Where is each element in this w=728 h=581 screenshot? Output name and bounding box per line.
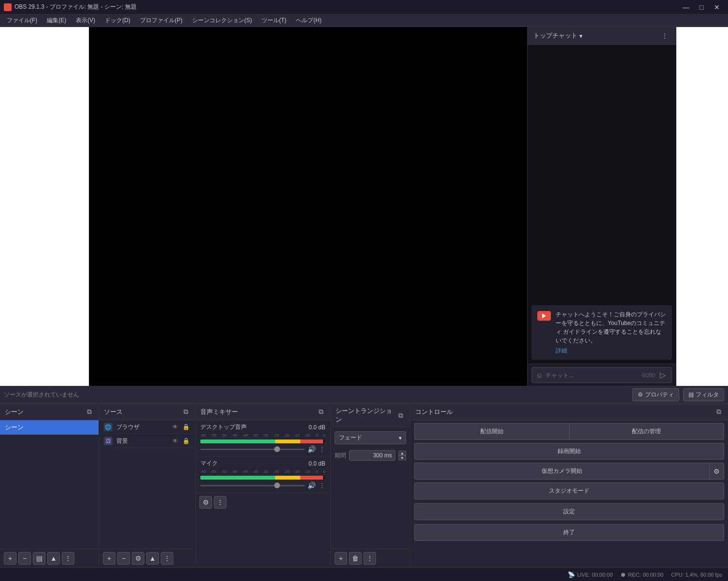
scene-add-button[interactable]: + [4,552,16,565]
menu-item-D[interactable]: ドック(D) [100,15,135,26]
duration-input[interactable] [349,450,395,461]
menu-bar: ファイル(F)編集(E)表示(V)ドック(D)プロファイル(P)シーンコレクショ… [0,14,728,27]
menu-item-P[interactable]: プロファイル(P) [135,15,187,26]
desktop-audio-meter-labels: -60 -55 -50 -45 -40 -35 -30 -25 -20 -15 … [200,433,325,438]
source-more-button[interactable]: ⋮ [161,552,173,565]
duration-row: 期間 ▲ ▼ [331,448,410,463]
mic-audio-mute[interactable]: 🔊 [308,482,316,489]
source-item-browser[interactable]: 🌐 ブラウザ 👁 🔒 [99,420,195,434]
source-background-lock[interactable]: 🔒 [182,437,190,445]
chat-title-chevron[interactable] [579,32,583,40]
scene-up-button[interactable]: ▲ [47,552,60,565]
scene-more-button[interactable]: ⋮ [62,552,74,565]
mic-audio-more[interactable] [319,482,325,489]
transition-panel-more-button[interactable]: ⧉ [396,411,405,421]
desktop-audio-mute[interactable]: 🔊 [308,445,316,453]
manage-stream-button[interactable]: 配信の管理 [569,423,725,440]
maximize-button[interactable]: □ [694,2,709,12]
mic-audio-meter-labels: -60 -55 -50 -45 -40 -35 -30 -25 -20 -15 … [200,469,325,474]
exit-button[interactable]: 終了 [414,524,724,541]
duration-down[interactable]: ▼ [398,455,406,460]
studio-mode-button[interactable]: スタジオモード [414,482,724,499]
scene-filter-button[interactable]: ▤ [33,552,45,565]
emoji-button[interactable]: ☺ [536,371,543,379]
chat-more-button[interactable] [659,31,670,41]
chat-title-label: トップチャット [533,31,577,40]
transition-chevron: ▾ [399,435,402,441]
title-bar: OBS 29.1.3 - プロファイル: 無題 - シーン: 無題 — □ ✕ [0,0,728,14]
cpu-label: CPU: 1.4%, 60.00 fps [671,572,722,578]
rec-status: ⏺ REC: 00:00:00 [620,571,663,578]
transition-panel-header: シーントランジション ⧉ [331,404,410,427]
audio-panel-more-button[interactable]: ⧉ [317,407,325,417]
desktop-audio-controls: 🔊 [200,445,325,453]
chat-notice-content: チャットへようこそ！ご自身のプライバシーを守るとともに、YouTubeのコミュニ… [556,310,666,355]
virt-cam-row: 仮想カメラ開始 ⚙ [414,463,724,480]
transition-remove-button[interactable]: 🗑 [349,552,362,565]
menu-item-H[interactable]: ヘルプ(H) [291,15,326,26]
record-button[interactable]: 録画開始 [414,443,724,460]
audio-more-button[interactable]: ⋮ [214,496,226,509]
mic-audio-header: マイク 0.0 dB [200,459,325,468]
mic-audio-name: マイク [200,459,218,468]
source-add-button[interactable]: + [103,552,115,565]
menu-item-V[interactable]: 表示(V) [71,15,100,26]
menu-item-E[interactable]: 編集(E) [42,15,71,26]
live-time: 00:00:00 [592,572,613,578]
close-button[interactable]: ✕ [710,2,724,12]
scene-panel-more-button[interactable]: ⧉ [85,407,94,417]
desktop-audio-more[interactable] [319,445,325,453]
transition-add-button[interactable]: + [335,552,347,565]
source-browser-lock[interactable]: 🔒 [182,423,190,431]
scene-panel-title: シーン [5,408,24,416]
source-remove-button[interactable]: − [117,552,130,565]
chat-panel: トップチャット チャットへようこそ！ご自身のプライバシーを守るとともに、YouT… [527,27,676,386]
source-item-background[interactable]: 🖼 背景 👁 🔒 [99,434,195,448]
chat-notice: チャットへようこそ！ご自身のプライバシーを守るとともに、YouTubeのコミュニ… [532,305,672,360]
duration-up[interactable]: ▲ [398,451,406,455]
virt-cam-button[interactable]: 仮想カメラ開始 [414,463,710,480]
scene-remove-button[interactable]: − [18,552,31,565]
source-panel-more-button[interactable]: ⧉ [182,407,190,417]
audio-panel-footer: ⚙ ⋮ [196,493,330,511]
scene-item[interactable]: シーン [0,420,98,435]
controls-panel: コントロール ⧉ 配信開始 配信の管理 録画開始 仮想カメラ開始 ⚙ スタジオモ… [410,404,728,567]
settings-button[interactable]: 設定 [414,503,724,520]
top-area: トップチャット チャットへようこそ！ご自身のプライバシーを守るとともに、YouT… [0,27,728,386]
menu-item-T[interactable]: ツール(T) [257,15,291,26]
audio-settings-button[interactable]: ⚙ [199,496,212,509]
preview-area [89,27,527,386]
youtube-icon [537,311,551,321]
transition-more-button[interactable]: ⋮ [364,552,376,565]
filter-button[interactable]: ▤ フィルタ [683,388,724,401]
chat-send-button[interactable]: ▷ [658,369,668,381]
chat-input[interactable] [546,372,639,379]
duration-label: 期間 [335,452,346,460]
browser-source-icon: 🌐 [104,423,112,431]
left-panel [0,27,89,386]
source-browser-visibility[interactable]: 👁 [171,423,180,431]
source-background-controls: 👁 🔒 [171,437,190,445]
audio-panel-title: 音声ミキサー [200,408,238,416]
chat-notice-link[interactable]: 詳細 [556,347,666,355]
menu-item-S[interactable]: シーンコレクション(S) [187,15,257,26]
source-settings-button[interactable]: ⚙ [132,552,144,565]
transition-select[interactable]: フェード ▾ [335,431,406,444]
mic-audio-controls: 🔊 [200,482,325,489]
minimize-button[interactable]: — [679,2,693,12]
source-background-visibility[interactable]: 👁 [171,437,180,445]
bottom-panels: シーン ⧉ シーン + − ▤ ▲ ⋮ ソース ⧉ [0,403,728,567]
chat-message-area: チャットへようこそ！ご自身のプライバシーを守るとともに、YouTubeのコミュニ… [528,45,676,364]
desktop-audio-name: デスクトップ音声 [200,423,247,431]
source-up-button[interactable]: ▲ [146,552,159,565]
source-browser-controls: 👁 🔒 [171,423,190,431]
menu-item-F[interactable]: ファイル(F) [2,15,42,26]
mic-audio-slider[interactable] [200,485,305,486]
desktop-audio-slider[interactable] [200,449,305,450]
virt-cam-settings-button[interactable]: ⚙ [710,463,724,480]
stream-button[interactable]: 配信開始 [414,423,569,440]
window-controls: — □ ✕ [679,2,724,12]
controls-panel-more-button[interactable]: ⧉ [714,407,723,417]
properties-button[interactable]: ⚙ プロパティ [632,388,679,401]
source-panel-header: ソース ⧉ [99,404,195,420]
